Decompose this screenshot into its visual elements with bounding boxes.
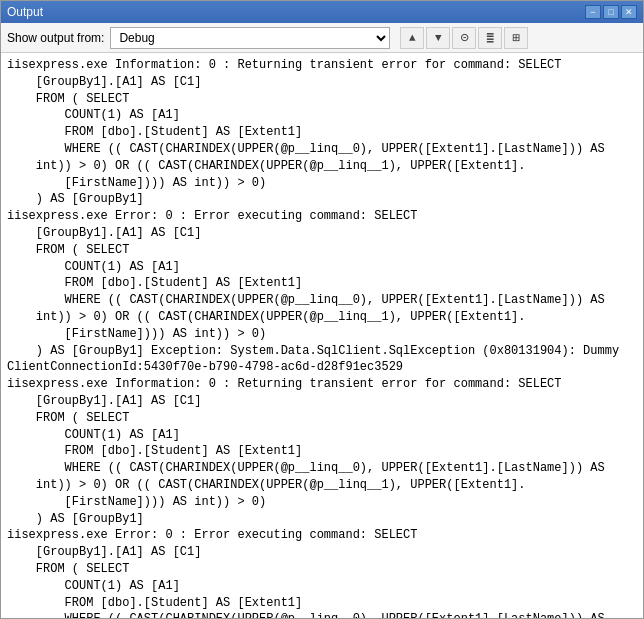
output-window: Output − □ ✕ Show output from: Debug Bui…: [0, 0, 644, 619]
clear-all-button[interactable]: ⊝: [452, 27, 476, 49]
output-source-select[interactable]: Debug Build Run: [110, 27, 390, 49]
minimize-button[interactable]: −: [585, 5, 601, 19]
output-text: iisexpress.exe Information: 0 : Returnin…: [7, 57, 637, 618]
toggle-output-button[interactable]: ⊞: [504, 27, 528, 49]
title-bar-left: Output: [7, 5, 43, 19]
scroll-up-button[interactable]: ▲: [400, 27, 424, 49]
close-button[interactable]: ✕: [621, 5, 637, 19]
toolbar: Show output from: Debug Build Run ▲ ▼ ⊝ …: [1, 23, 643, 53]
toggle-word-wrap-button[interactable]: ≣: [478, 27, 502, 49]
title-bar-controls: − □ ✕: [585, 5, 637, 19]
scroll-down-button[interactable]: ▼: [426, 27, 450, 49]
show-output-label: Show output from:: [7, 31, 104, 45]
restore-button[interactable]: □: [603, 5, 619, 19]
window-title: Output: [7, 5, 43, 19]
toolbar-buttons: ▲ ▼ ⊝ ≣ ⊞: [400, 27, 528, 49]
output-area[interactable]: iisexpress.exe Information: 0 : Returnin…: [1, 53, 643, 618]
title-bar: Output − □ ✕: [1, 1, 643, 23]
